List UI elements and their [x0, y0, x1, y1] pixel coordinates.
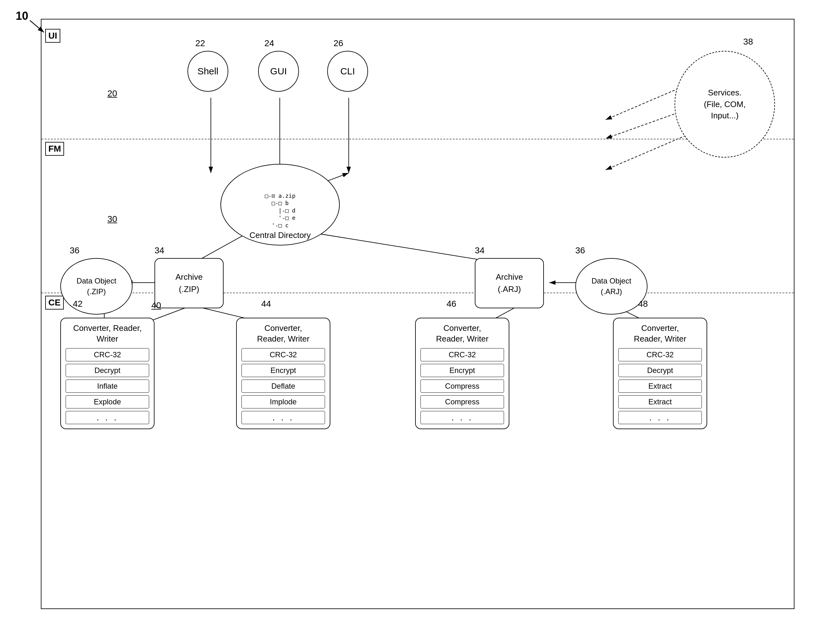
- shell-label: Shell: [197, 66, 219, 77]
- converter-46-item-2: Encrypt: [420, 364, 504, 377]
- converter-42-dots: . . .: [66, 411, 149, 424]
- central-directory-oval: □-⊡ a.zip □-□ b |-□ d '-□ e '-□ c Centra…: [221, 164, 340, 246]
- archive-zip-line1: Archive: [176, 271, 203, 283]
- services-line2: (File, COM,: [704, 100, 746, 109]
- divider-1: [41, 139, 794, 139]
- services-line1: Services.: [708, 88, 742, 97]
- ref-46: 46: [447, 299, 456, 309]
- ref-40: 40: [151, 300, 161, 310]
- archive-zip-line2: (.ZIP): [179, 283, 199, 296]
- data-arj-line1: Data Object: [592, 277, 632, 285]
- converter-48-box: Converter,Reader, Writer CRC-32 Decrypt …: [613, 318, 707, 429]
- ref-42: 42: [73, 299, 83, 309]
- data-object-zip-oval: Data Object (.ZIP): [60, 258, 133, 315]
- ref-36b: 36: [575, 246, 585, 255]
- data-object-arj-oval: Data Object (.ARJ): [575, 258, 647, 315]
- layer-label-fm: FM: [45, 142, 64, 156]
- converter-46-title: Converter,Reader, Writer: [420, 323, 504, 344]
- converter-46-box: Converter,Reader, Writer CRC-32 Encrypt …: [415, 318, 509, 429]
- ref-44: 44: [261, 299, 271, 309]
- ref-48: 48: [638, 299, 648, 309]
- converter-46-item-3: Compress: [420, 380, 504, 393]
- cli-circle: CLI: [327, 51, 368, 92]
- ref-26: 26: [334, 38, 343, 49]
- converter-46-item-1: CRC-32: [420, 348, 504, 362]
- converter-44-dots: . . .: [241, 411, 325, 424]
- ref-22: 22: [195, 38, 205, 49]
- ref-38: 38: [743, 37, 753, 47]
- converter-42-item-1: CRC-32: [66, 348, 149, 362]
- archive-arj-box: Archive (.ARJ): [475, 258, 544, 308]
- services-oval: Services. (File, COM, Input...): [674, 51, 775, 158]
- ref-34b: 34: [475, 246, 484, 255]
- converter-48-item-4: Extract: [618, 395, 702, 408]
- converter-42-item-3: Inflate: [66, 380, 149, 393]
- archive-arj-line1: Archive: [496, 271, 523, 283]
- gui-label: GUI: [270, 66, 287, 77]
- converter-48-title: Converter,Reader, Writer: [618, 323, 702, 344]
- converter-44-title: Converter,Reader, Writer: [241, 323, 325, 344]
- converter-48-dots: . . .: [618, 411, 702, 424]
- archive-zip-box: Archive (.ZIP): [155, 258, 224, 308]
- cli-label: CLI: [340, 66, 355, 77]
- central-directory-label: Central Directory: [249, 230, 310, 240]
- svg-line-19: [30, 20, 44, 32]
- converter-42-item-4: Explode: [66, 395, 149, 408]
- converter-48-item-1: CRC-32: [618, 348, 702, 362]
- converter-44-item-4: Implode: [241, 395, 325, 408]
- converter-48-item-2: Decrypt: [618, 364, 702, 377]
- converter-48-item-3: Extract: [618, 380, 702, 393]
- archive-arj-line2: (.ARJ): [498, 283, 521, 296]
- converter-44-item-3: Deflate: [241, 380, 325, 393]
- converter-42-item-2: Decrypt: [66, 364, 149, 377]
- ref-30: 30: [107, 214, 117, 224]
- data-zip-line2: (.ZIP): [87, 287, 106, 296]
- converter-44-box: Converter,Reader, Writer CRC-32 Encrypt …: [236, 318, 330, 429]
- ref-24: 24: [265, 38, 274, 49]
- ref-34a: 34: [155, 246, 164, 255]
- shell-circle: Shell: [188, 51, 228, 92]
- data-arj-line2: (.ARJ): [601, 287, 622, 296]
- converter-46-item-4: Compress: [420, 395, 504, 408]
- services-line3: Input...): [711, 111, 738, 120]
- diagram-container: UI FM CE 20 22 Shell 24 GUI 26 CLI 38 Se…: [41, 19, 795, 609]
- converter-42-title: Converter, Reader, Writer: [66, 323, 149, 344]
- layer-label-ce: CE: [45, 296, 64, 310]
- ref-36a: 36: [70, 246, 80, 255]
- converter-44-item-2: Encrypt: [241, 364, 325, 377]
- converter-42-box: Converter, Reader, Writer CRC-32 Decrypt…: [60, 318, 155, 429]
- converter-44-item-1: CRC-32: [241, 348, 325, 362]
- ref-20: 20: [107, 89, 117, 99]
- converter-46-dots: . . .: [420, 411, 504, 424]
- data-zip-line1: Data Object: [77, 277, 116, 285]
- gui-circle: GUI: [258, 51, 299, 92]
- svg-line-17: [606, 132, 693, 170]
